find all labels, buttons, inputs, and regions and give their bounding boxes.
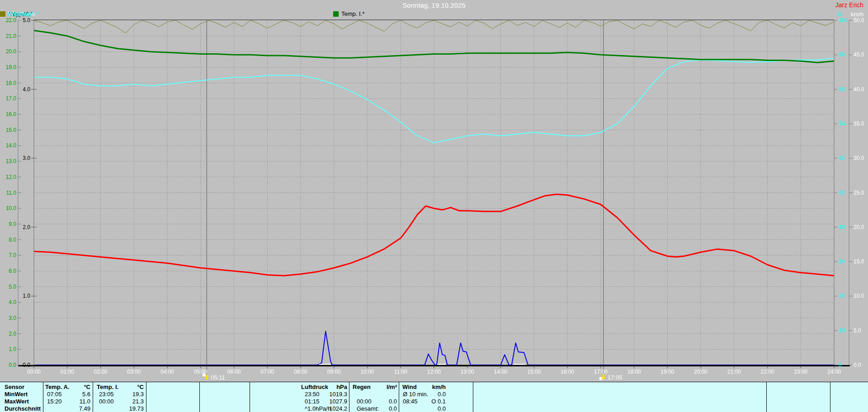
table-separator xyxy=(399,382,399,412)
sensor-unit: km/h xyxy=(403,384,446,390)
temp-i--line xyxy=(34,31,834,63)
stat-value: 0.0 xyxy=(354,405,397,412)
temp-tick-label: 10.0 xyxy=(6,205,17,211)
sunset-marker-time-label: 17:05 xyxy=(608,374,623,381)
stat-value: 21.3 xyxy=(101,398,144,405)
time-tick-label: 13:00 xyxy=(461,369,474,375)
sunrise-marker-time-label: 05:11 xyxy=(211,374,225,381)
time-tick-label: 19:00 xyxy=(660,369,674,375)
rain-tick-label: 3.0 xyxy=(23,155,30,161)
stat-value: O 0.1 xyxy=(403,398,446,405)
sunset-marker xyxy=(599,374,606,380)
windspeed-tick-label: 0.0 xyxy=(854,362,861,368)
rain-tick-label: 5.0 xyxy=(23,17,30,23)
temp-tick-label: 19.0 xyxy=(6,64,17,70)
humidity-tick-label: 90 xyxy=(839,52,845,58)
time-tick-label: 11:00 xyxy=(394,369,407,375)
temp-tick-label: 13.0 xyxy=(6,158,17,164)
time-tick-label: 18:00 xyxy=(627,369,641,375)
time-tick-label: 24:00 xyxy=(827,369,841,375)
windspeed-tick-label: 10.0 xyxy=(854,293,864,299)
row-label-maxwert: MaxWert xyxy=(5,398,29,405)
table-separator xyxy=(349,382,349,412)
stat-value: 11.0 xyxy=(47,398,90,405)
temp-tick-label: 4.0 xyxy=(9,299,16,305)
humidity-tick-label: 20 xyxy=(839,293,845,299)
stat-value: 0.0 xyxy=(403,405,446,412)
table-separator xyxy=(766,382,767,412)
windspeed-tick-label: 5.0 xyxy=(854,328,861,334)
stat-value: 1024.2 xyxy=(304,405,347,412)
sensor-unit: °C xyxy=(47,384,90,390)
temp-tick-label: 18.0 xyxy=(6,80,17,86)
time-tick-label: 15:00 xyxy=(527,369,541,375)
windspeed-tick-label: 35.0 xyxy=(854,121,864,127)
temp-tick-label: 6.0 xyxy=(9,268,16,274)
stat-value: 0.0 xyxy=(354,398,397,405)
temp-tick-label: 8.0 xyxy=(9,237,16,243)
time-tick-label: 23:00 xyxy=(794,369,807,375)
humidity-tick-label: 0 xyxy=(839,362,842,368)
time-tick-label: 21:00 xyxy=(727,369,741,375)
windspeed-tick-label: 40.0 xyxy=(854,86,864,93)
humidity-tick-label: 30 xyxy=(839,258,845,265)
temp-tick-label: 3.0 xyxy=(9,315,16,321)
temp-tick-label: 7.0 xyxy=(9,252,16,258)
weather-chart: 22.021.020.019.018.017.016.015.014.013.0… xyxy=(0,0,868,382)
stat-value: 1019.3 xyxy=(304,391,347,398)
windspeed-tick-label: 50.0 xyxy=(854,17,864,23)
daily-stats-table: SensorMinWertMaxWertDurchschnittTemp. A.… xyxy=(0,382,868,412)
temp-tick-label: 22.0 xyxy=(6,17,17,23)
windspeed-tick-label: 25.0 xyxy=(854,190,864,196)
time-tick-label: 08:00 xyxy=(294,369,307,375)
weather-app-window: Sonntag, 19.10.2025 Jarz Erich °C l/m² %… xyxy=(0,0,868,412)
temp-tick-label: 12.0 xyxy=(6,174,17,180)
humidity-tick-label: 40 xyxy=(839,224,845,230)
time-tick-label: 09:00 xyxy=(327,369,341,375)
humidity-tick-label: 50 xyxy=(839,190,845,196)
windspeed-tick-label: 45.0 xyxy=(854,52,864,58)
temp-tick-label: 15.0 xyxy=(6,127,17,133)
time-tick-label: 10:00 xyxy=(360,369,374,375)
stat-value: 1027.9 xyxy=(304,398,347,405)
stat-value: 19.73 xyxy=(101,405,144,412)
table-separator xyxy=(199,382,200,412)
time-tick-label: 07:00 xyxy=(260,369,274,375)
time-tick-label: 01:00 xyxy=(61,369,74,375)
row-label-durchschnitt: Durchschnitt xyxy=(5,405,41,412)
sunrise-marker-sun-icon xyxy=(203,374,206,377)
windspeed-tick-label: 30.0 xyxy=(854,155,864,161)
table-separator xyxy=(93,382,93,412)
humidity-tick-label: 60 xyxy=(839,155,845,161)
table-separator xyxy=(146,382,146,412)
table-separator xyxy=(43,382,43,412)
time-tick-label: 14:00 xyxy=(494,369,507,375)
stat-value: 5.6 xyxy=(47,391,90,398)
sensor-unit: °C xyxy=(101,384,144,390)
temp-tick-label: 11.0 xyxy=(6,190,17,196)
time-tick-label: 02:00 xyxy=(94,369,107,375)
time-tick-label: 12:00 xyxy=(427,369,441,375)
time-tick-label: 16:00 xyxy=(561,369,574,375)
temp-tick-label: 1.0 xyxy=(9,346,16,352)
time-tick-label: 20:00 xyxy=(694,369,708,375)
empfang-line xyxy=(34,20,834,33)
time-tick-label: 03:00 xyxy=(127,369,141,375)
temp-tick-label: 20.0 xyxy=(6,48,17,55)
humidity-tick-label: 100 xyxy=(839,17,848,23)
time-tick-label: 04:00 xyxy=(160,369,174,375)
humidity-tick-label: 80 xyxy=(839,86,845,93)
temp-tick-label: 21.0 xyxy=(6,33,17,39)
time-tick-label: 06:00 xyxy=(227,369,241,375)
table-separator xyxy=(473,382,473,412)
row-label-sensor: Sensor xyxy=(5,384,24,390)
windspeed-tick-label: 20.0 xyxy=(854,224,864,230)
temp-tick-label: 16.0 xyxy=(6,111,17,117)
rain-tick-label: 4.0 xyxy=(23,86,30,93)
stat-value: 19.3 xyxy=(101,391,144,398)
rain-tick-label: 0.0 xyxy=(23,362,30,368)
row-label-minwert: MinWert xyxy=(5,391,28,398)
temp-tick-label: 14.0 xyxy=(6,142,17,149)
stat-value: 0.0 xyxy=(403,391,446,398)
temp-tick-label: 5.0 xyxy=(9,284,16,290)
